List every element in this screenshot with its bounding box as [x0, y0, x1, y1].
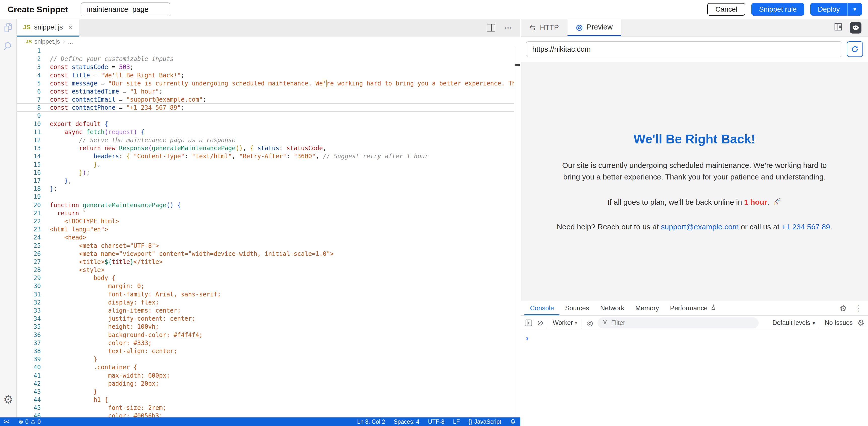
code-line[interactable]: 46 color: #0056b3; — [17, 411, 520, 418]
discord-icon[interactable] — [850, 22, 862, 33]
snippet-name-input[interactable] — [81, 2, 170, 16]
code-line[interactable]: 36 background-color: #f4f4f4; — [17, 331, 520, 339]
language-mode[interactable]: {} JavaScript — [468, 419, 501, 425]
phone-link[interactable]: +1 234 567 89 — [782, 223, 830, 231]
tab-http[interactable]: ⇆ HTTP — [521, 19, 567, 36]
indentation[interactable]: Spaces: 4 — [394, 419, 420, 425]
code-line[interactable]: 45 font-size: 2rem; — [17, 403, 520, 411]
settings-gear-icon[interactable]: ⚙ — [0, 390, 17, 408]
url-input[interactable] — [526, 41, 842, 57]
code-line[interactable]: 32 display: flex; — [17, 298, 520, 306]
encoding[interactable]: UTF-8 — [428, 419, 444, 425]
context-selector[interactable]: Worker ▾ — [553, 319, 577, 326]
console-settings-gear-icon[interactable]: ⚙ — [857, 318, 865, 328]
cursor-position[interactable]: Ln 8, Col 2 — [357, 419, 385, 425]
refresh-button[interactable] — [847, 41, 863, 57]
code-line[interactable]: 10export default { — [17, 120, 520, 128]
files-icon[interactable] — [0, 19, 17, 37]
code-line[interactable]: 24 <head> — [17, 233, 520, 241]
tab-preview[interactable]: ◎ Preview — [567, 19, 621, 36]
code-line[interactable]: 12 // Serve the maintenance page as a re… — [17, 136, 520, 144]
code-line[interactable]: 42 padding: 20px; — [17, 379, 520, 388]
devtools-settings-gear-icon[interactable]: ⚙ — [840, 304, 847, 313]
tab-performance[interactable]: Performance — [664, 301, 722, 315]
filter-input[interactable] — [611, 319, 754, 326]
tab-console[interactable]: Console — [524, 301, 559, 315]
code-line[interactable]: 7const contactEmail = "support@example.c… — [17, 95, 520, 103]
tab-snippet-js[interactable]: JS snippet.js × — [17, 19, 79, 36]
code-editor[interactable]: 12// Define your customizable inputs3con… — [17, 47, 520, 418]
code-line[interactable]: 19 — [17, 193, 520, 201]
live-expression-eye-icon[interactable]: ◎ — [586, 318, 593, 327]
clear-console-icon[interactable]: ⊘ — [537, 318, 543, 327]
panel-tab-strip: ⇆ HTTP ◎ Preview — [521, 19, 868, 36]
console-log-area[interactable]: › — [521, 330, 868, 342]
code-line[interactable]: 25 <meta charset="UTF-8"> — [17, 242, 520, 250]
errors-warnings[interactable]: ⊗ 0 ⚠ 0 — [19, 419, 41, 425]
breadcrumb-symbol[interactable]: ... — [68, 38, 73, 45]
preview-heading: We'll Be Right Back! — [553, 132, 836, 146]
code-line[interactable]: 40 .container { — [17, 363, 520, 371]
devtools-kebab-icon[interactable]: ⋮ — [855, 304, 862, 313]
tab-network[interactable]: Network — [595, 301, 630, 315]
code-line[interactable]: 1 — [17, 47, 520, 55]
deploy-button[interactable]: Deploy — [810, 3, 847, 16]
code-line[interactable]: 44 h1 { — [17, 396, 520, 403]
code-line[interactable]: 15 }, — [17, 160, 520, 168]
line-number: 31 — [17, 290, 41, 298]
log-levels-dropdown[interactable]: Default levels ▾ — [773, 319, 816, 326]
deploy-dropdown-button[interactable]: ▾ — [847, 3, 862, 16]
code-line[interactable]: 28 <style> — [17, 266, 520, 274]
code-line[interactable]: 5const message = "Our site is currently … — [17, 79, 520, 87]
code-line[interactable]: 11 async fetch(request) { — [17, 128, 520, 136]
code-line[interactable]: 17 }, — [17, 176, 520, 184]
code-line[interactable]: 39 } — [17, 355, 520, 363]
code-line[interactable]: 8const contactPhone = "+1 234 567 89"; — [17, 103, 520, 111]
search-icon[interactable] — [0, 37, 17, 55]
docs-book-icon[interactable] — [833, 22, 843, 33]
code-line[interactable]: 16 }); — [17, 168, 520, 176]
remote-indicator-icon[interactable]: >< — [3, 419, 8, 425]
code-line[interactable]: 41 max-width: 600px; — [17, 371, 520, 379]
code-line[interactable]: 4const title = "We'll Be Right Back!"; — [17, 71, 520, 79]
eol-sequence[interactable]: LF — [453, 419, 460, 425]
tab-memory[interactable]: Memory — [630, 301, 664, 315]
split-editor-icon[interactable] — [487, 24, 495, 31]
tab-sources[interactable]: Sources — [559, 301, 594, 315]
close-tab-icon[interactable]: × — [68, 23, 72, 31]
code-line[interactable]: 29 body { — [17, 274, 520, 282]
more-actions-icon[interactable]: ⋯ — [504, 23, 513, 33]
code-line[interactable]: 35 height: 100vh; — [17, 322, 520, 331]
breadcrumb-file[interactable]: snippet.js — [34, 38, 60, 45]
code-line[interactable]: 3const statusCode = 503; — [17, 63, 520, 71]
issues-counter[interactable]: No Issues — [825, 319, 852, 326]
code-line[interactable]: 23<html lang="en"> — [17, 225, 520, 233]
code-line[interactable]: 9 — [17, 112, 520, 120]
code-line[interactable]: 6const estimatedTime = "1 hour"; — [17, 87, 520, 95]
code-line[interactable]: 31 font-family: Arial, sans-serif; — [17, 290, 520, 298]
notifications-bell-icon[interactable] — [510, 419, 516, 425]
support-email-link[interactable]: support@example.com — [661, 223, 739, 231]
devtools-panel: Console Sources Network Memory Performan… — [521, 301, 868, 426]
chevron-down-icon: ▾ — [854, 6, 856, 12]
code-line[interactable]: 18}; — [17, 184, 520, 193]
snippet-rule-button[interactable]: Snippet rule — [751, 3, 804, 16]
cancel-button[interactable]: Cancel — [707, 3, 745, 16]
code-line[interactable]: 22 <!DOCTYPE html> — [17, 217, 520, 225]
code-line[interactable]: 21 return ` — [17, 209, 520, 217]
console-sidebar-toggle-icon[interactable] — [524, 319, 532, 327]
breadcrumb[interactable]: JS snippet.js › ... — [17, 36, 520, 47]
code-line[interactable]: 26 <meta name="viewport" content="width=… — [17, 250, 520, 258]
code-line[interactable]: 2// Define your customizable inputs — [17, 55, 520, 63]
code-line[interactable]: 33 align-items: center; — [17, 306, 520, 314]
code-line[interactable]: 37 color: #333; — [17, 339, 520, 347]
editor-scrollbar[interactable] — [514, 47, 520, 418]
code-line[interactable]: 20function generateMaintenancePage() { — [17, 201, 520, 209]
code-line[interactable]: 34 justify-content: center; — [17, 314, 520, 322]
code-line[interactable]: 14 headers: { "Content-Type": "text/html… — [17, 152, 520, 160]
code-line[interactable]: 30 margin: 0; — [17, 282, 520, 290]
code-line[interactable]: 13 return new Response(generateMaintenan… — [17, 144, 520, 152]
code-line[interactable]: 27 <title>${title}</title> — [17, 258, 520, 266]
code-line[interactable]: 38 text-align: center; — [17, 347, 520, 355]
code-line[interactable]: 43 } — [17, 388, 520, 396]
